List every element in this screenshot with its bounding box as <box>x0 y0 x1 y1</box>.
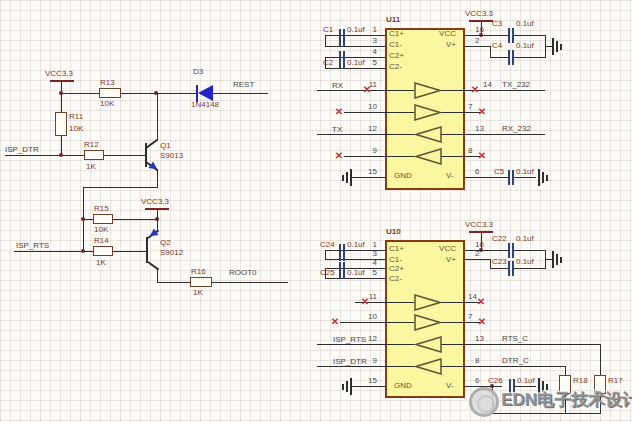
ground-icon-bar <box>538 169 540 186</box>
diode-value: 1N4148 <box>191 101 219 109</box>
vcc-net-label: VCC3.3 <box>465 10 493 18</box>
wire <box>352 177 385 178</box>
wire <box>385 90 414 91</box>
wire <box>441 344 465 345</box>
wire <box>385 302 414 303</box>
pin-number: 15 <box>363 168 377 176</box>
cap-ref: C4 <box>492 42 502 50</box>
ic-pin-label: VCC <box>430 245 456 253</box>
watermark-text: EDN电子技术设计 <box>501 391 632 410</box>
capacitor-plate <box>343 29 345 47</box>
resistor-ref: R14 <box>94 237 109 245</box>
wire <box>545 46 552 47</box>
resistor-body <box>93 246 113 256</box>
pin-number: 5 <box>363 59 377 67</box>
capacitor-plate <box>339 29 341 47</box>
wire <box>212 282 288 283</box>
wire <box>441 112 465 113</box>
pin-number: 8 <box>475 357 489 365</box>
ground-icon-bar <box>546 175 548 181</box>
wire <box>441 134 465 135</box>
wire <box>514 268 545 269</box>
pin-number: 16 <box>475 26 489 34</box>
ic-pin-label: GND <box>394 382 412 390</box>
net-label-rest: REST <box>233 81 254 89</box>
capacitor-plate <box>508 50 510 65</box>
cap-value: 0.1uf <box>516 258 534 266</box>
pin-number: 9 <box>363 357 377 365</box>
capacitor-plate <box>508 261 510 276</box>
wire <box>317 344 385 345</box>
cap-ref: C22 <box>492 235 507 243</box>
wire <box>492 413 601 414</box>
wire <box>121 93 156 94</box>
wire <box>465 35 508 36</box>
pin-number: 2 <box>475 250 489 258</box>
ground-icon-bar <box>560 257 562 263</box>
ic-pin-label: C1+ <box>389 245 404 253</box>
ic-pin-label: V+ <box>430 41 456 49</box>
wire <box>490 46 491 57</box>
wire <box>441 302 465 303</box>
wire <box>157 169 158 187</box>
net-label-rts-c: RTS_C <box>502 335 528 343</box>
wire <box>157 93 158 140</box>
pin-number: 9 <box>363 147 377 155</box>
ground-icon-bar <box>346 381 348 392</box>
wire <box>545 259 552 260</box>
cap-ref: C23 <box>492 258 507 266</box>
pin-number: 3 <box>363 37 377 45</box>
wire <box>83 219 93 220</box>
wire <box>157 269 158 282</box>
wire <box>514 57 545 58</box>
wire <box>344 112 385 113</box>
buffer-icon <box>414 82 442 99</box>
cap-ref: C25 <box>320 269 335 277</box>
pin-number: 12 <box>363 125 377 133</box>
ic-pin-label: C2+ <box>389 52 404 60</box>
pin-number: 14 <box>483 81 497 89</box>
ground-icon-bar <box>350 169 352 186</box>
cap-value: 0.1uf <box>517 377 535 385</box>
net-label-tx232: TX_232 <box>502 81 530 89</box>
wire <box>385 366 414 367</box>
resistor-value: 10K <box>69 125 83 133</box>
wire <box>441 366 465 367</box>
pin-number: 6 <box>475 377 489 385</box>
junction-dot <box>81 249 85 253</box>
capacitor-plate <box>339 262 341 279</box>
pin-number: 11 <box>363 81 377 89</box>
ic-pin-label: V+ <box>430 256 456 264</box>
vcc-net-label: VCC3.3 <box>45 70 73 78</box>
wire <box>490 259 491 268</box>
pin-number: 8 <box>468 147 482 155</box>
pin-number: 2 <box>475 37 489 45</box>
wire <box>317 90 385 91</box>
wire <box>61 93 62 112</box>
wire <box>325 250 326 259</box>
wire <box>352 386 385 387</box>
ground-icon-bar <box>552 38 554 55</box>
cap-ref: C24 <box>320 241 335 249</box>
edn-logo-ring <box>477 395 495 413</box>
wire <box>465 46 490 47</box>
ic-pin-label: C2+ <box>389 265 404 273</box>
wire <box>157 282 190 283</box>
wire <box>325 278 385 279</box>
ic-pin-label: C2- <box>389 275 402 283</box>
net-label-rx232: RX_232 <box>502 125 531 133</box>
ic-pin-label: GND <box>394 172 412 180</box>
net-label-dtr-c: DTR_C <box>502 357 529 365</box>
capacitor-plate <box>343 51 345 69</box>
ic-pin-label: C1+ <box>389 30 404 38</box>
no-erc-icon: ✕ <box>334 107 344 117</box>
wire <box>490 268 508 269</box>
cap-value: 0.1uf <box>516 235 534 243</box>
capacitor-plate <box>339 51 341 69</box>
wire <box>113 251 146 252</box>
resistor-value: 10K <box>94 226 108 234</box>
resistor-ref: R13 <box>100 79 115 87</box>
pin-number: 7 <box>468 103 482 111</box>
wire <box>600 344 601 375</box>
pin-number: 6 <box>475 168 489 176</box>
